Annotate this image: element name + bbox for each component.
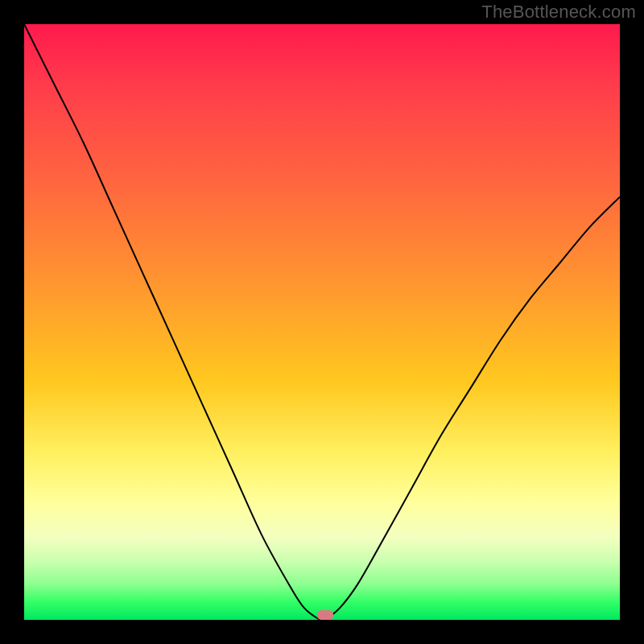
curve-path [24,24,620,620]
plot-area [24,24,620,620]
bottleneck-curve [24,24,620,620]
optimum-marker [317,610,333,620]
watermark-label: TheBottleneck.com [481,2,636,23]
